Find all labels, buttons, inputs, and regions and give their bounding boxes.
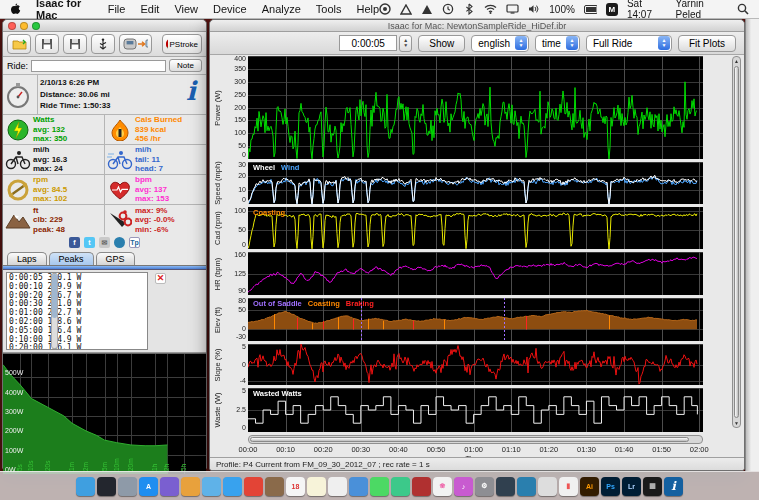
chart-strip-power[interactable]: Power (W)050100150200250300350400 xyxy=(214,56,706,159)
save-button[interactable] xyxy=(35,34,59,54)
dock-journal-icon[interactable] xyxy=(265,477,284,496)
minimize-window-button[interactable] xyxy=(20,22,28,30)
menu-file[interactable]: File xyxy=(108,3,126,15)
dock-charts-app-icon[interactable]: ▮ xyxy=(559,477,578,496)
volume-icon[interactable] xyxy=(528,3,540,16)
dock-light-app-icon[interactable] xyxy=(538,477,557,496)
dock-chrome-icon[interactable] xyxy=(244,477,263,496)
dock-dark-sphere-icon[interactable] xyxy=(97,477,116,496)
speed-title: mi/h xyxy=(33,145,67,155)
chart-strip-cad[interactable]: Cad (rpm)050100Coasting xyxy=(214,207,706,249)
globe-icon[interactable] xyxy=(114,237,125,248)
time-stepper[interactable]: ▲▼ xyxy=(399,35,412,52)
dock-isaac-icon[interactable]: i xyxy=(664,477,683,496)
email-icon[interactable]: ✉ xyxy=(99,237,110,248)
dock-calendar-icon[interactable]: 18 xyxy=(286,477,305,496)
delete-peak-button[interactable]: ✕ xyxy=(155,273,166,284)
dock-photos-icon[interactable]: ❀ xyxy=(433,477,452,496)
legend-coasting: Coasting xyxy=(308,299,340,308)
menu-view[interactable]: View xyxy=(174,3,198,15)
units-select[interactable]: english▲▼ xyxy=(471,35,529,52)
range-select[interactable]: Full Ride▲▼ xyxy=(586,35,672,52)
chart-strip-hr[interactable]: HR (bpm)90125160 xyxy=(214,252,706,295)
dock-green-app-icon[interactable] xyxy=(391,477,410,496)
wifi-icon[interactable] xyxy=(484,3,497,16)
tab-peaks[interactable]: Peaks xyxy=(49,252,94,265)
vertical-scrollbar[interactable]: ▲▼ xyxy=(732,56,741,428)
facebook-icon[interactable]: f xyxy=(69,237,80,248)
power-duration-chart[interactable] xyxy=(3,353,206,474)
m-badge-icon[interactable]: M xyxy=(606,3,618,16)
dock-illustrator-icon[interactable]: Ai xyxy=(580,477,599,496)
dock-purple-clock-icon[interactable] xyxy=(160,477,179,496)
dock-dvd-grid-icon[interactable] xyxy=(412,477,431,496)
dock-tiles-icon[interactable] xyxy=(181,477,200,496)
horizontal-scrollbar[interactable] xyxy=(248,435,703,444)
bluetooth-icon[interactable] xyxy=(463,3,475,16)
ytick: 100 xyxy=(234,207,246,214)
chart-stack[interactable]: Power (W)050100150200250300350400Speed (… xyxy=(214,56,706,463)
shutter-icon[interactable] xyxy=(379,3,391,16)
dock-textedit-icon[interactable] xyxy=(328,477,347,496)
tab-gps[interactable]: GPS xyxy=(96,252,135,265)
dock-gopro-icon[interactable]: ▦ xyxy=(643,477,662,496)
dock-launchpad-icon[interactable] xyxy=(118,477,137,496)
spotlight-icon[interactable] xyxy=(737,3,749,16)
peaks-list[interactable]: 0:00:05 350.1 W0:00:10 299.9 W0:00:20 27… xyxy=(6,272,148,350)
fit-plots-button[interactable]: Fit Plots xyxy=(678,35,736,52)
menu-app-name[interactable]: Isaac for Mac xyxy=(36,0,93,21)
dock-app-store-icon[interactable]: A xyxy=(139,477,158,496)
save-as-button[interactable] xyxy=(63,34,87,54)
menu-tools[interactable]: Tools xyxy=(316,3,342,15)
dock-globe-app-icon[interactable] xyxy=(517,477,536,496)
peak-row[interactable]: 0:20:00 146.1 W xyxy=(9,344,145,350)
twitter-icon[interactable]: t xyxy=(84,237,95,248)
ytick: 50 xyxy=(238,142,246,149)
usb-device-button[interactable] xyxy=(91,34,115,54)
device-transfer-button[interactable] xyxy=(119,34,152,54)
note-button[interactable]: Note xyxy=(169,59,202,72)
fan-triangle-icon[interactable] xyxy=(421,3,433,16)
chart-strip-slope[interactable]: Slope (%)-405 xyxy=(214,344,706,385)
open-file-button[interactable] xyxy=(7,34,31,54)
legend-wheel: Wheel xyxy=(253,163,275,172)
chart-strip-waste[interactable]: Waste (W)02.55Wasted Watts xyxy=(214,388,706,432)
xaxis-select[interactable]: time▲▼ xyxy=(535,35,580,52)
dock-messages-icon[interactable] xyxy=(370,477,389,496)
dock-itunes-icon[interactable]: ♪ xyxy=(454,477,473,496)
dock-safari-icon[interactable] xyxy=(223,477,242,496)
ride-name-input[interactable] xyxy=(31,60,166,72)
dock-mail-icon[interactable] xyxy=(202,477,221,496)
dock-pencil-app-icon[interactable] xyxy=(349,477,368,496)
chart-strip-elev[interactable]: Elev (ft)-3005080Out of SaddleCoastingBr… xyxy=(214,298,706,341)
dock-notes-icon[interactable] xyxy=(307,477,326,496)
dock-lightroom-icon[interactable]: Lr xyxy=(622,477,641,496)
time-step-field[interactable]: 0:00:05 xyxy=(339,35,397,51)
zoom-window-button[interactable] xyxy=(32,22,40,30)
menu-user[interactable]: Yarnin Peled xyxy=(676,0,728,20)
dock-finder-icon[interactable] xyxy=(76,477,95,496)
trainingpeaks-icon[interactable]: Tp xyxy=(129,237,140,248)
dock-system-preferences-icon[interactable]: ⚙ xyxy=(475,477,494,496)
menu-analyze[interactable]: Analyze xyxy=(262,3,301,15)
menu-help[interactable]: Help xyxy=(357,3,380,15)
menu-device[interactable]: Device xyxy=(213,3,247,15)
backup-triangle-icon[interactable] xyxy=(400,3,412,16)
menu-edit[interactable]: Edit xyxy=(140,3,159,15)
tab-laps[interactable]: Laps xyxy=(7,252,47,265)
peaks-scrollbar[interactable] xyxy=(51,273,58,349)
time-machine-icon[interactable] xyxy=(442,3,454,16)
main-window-titlebar[interactable]: Isaac for Mac: NewtonSampleRide_HiDef.ib… xyxy=(210,20,744,32)
apple-menu-icon[interactable] xyxy=(10,3,21,16)
chart-strip-speed[interactable]: Speed (mph)0102030WheelWind xyxy=(214,162,706,204)
display-airplay-icon[interactable] xyxy=(506,3,519,16)
show-button[interactable]: Show xyxy=(418,35,465,52)
pstroke-button[interactable]: PStroke xyxy=(162,34,202,54)
dock-photoshop-icon[interactable]: Ps xyxy=(601,477,620,496)
battery-icon[interactable] xyxy=(584,3,597,16)
left-window-titlebar[interactable] xyxy=(3,20,206,32)
menu-clock[interactable]: Sat 14:07 xyxy=(627,0,667,20)
close-window-button[interactable] xyxy=(8,22,16,30)
plots-window: Isaac for Mac: NewtonSampleRide_HiDef.ib… xyxy=(209,19,745,471)
dock-dark-app-icon[interactable] xyxy=(496,477,515,496)
